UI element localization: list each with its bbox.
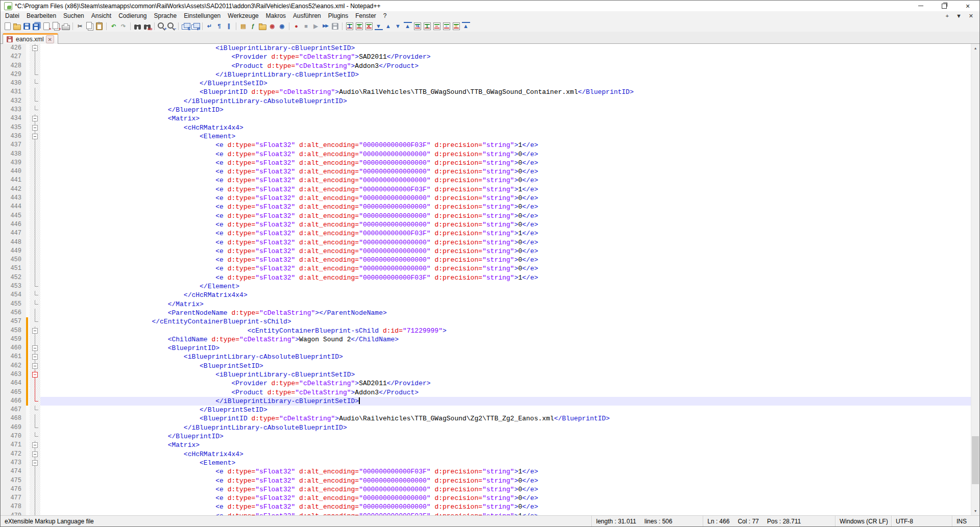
menu-help[interactable]: ?: [380, 12, 390, 19]
code-text[interactable]: <Matrix>: [40, 441, 971, 449]
copy-button[interactable]: [85, 21, 94, 31]
redo-button[interactable]: ↷: [118, 21, 128, 31]
diff-prev-button[interactable]: ▲: [383, 21, 393, 31]
code-text[interactable]: <e d:type="sFloat32" d:alt_encoding="000…: [40, 264, 971, 273]
scroll-down-icon[interactable]: ▼: [971, 507, 979, 515]
compare-button[interactable]: =: [354, 21, 364, 31]
code-text[interactable]: <e d:type="sFloat32" d:alt_encoding="000…: [40, 256, 971, 264]
save-all-button[interactable]: [32, 21, 41, 31]
function-list-button[interactable]: ƒ: [248, 21, 258, 31]
fold-collapse-icon[interactable]: [30, 327, 40, 335]
file-monitor-button[interactable]: ◉: [267, 21, 277, 31]
minimize-button[interactable]: [909, 1, 933, 11]
code-text[interactable]: <e d:type="sFloat32" d:alt_encoding="000…: [40, 194, 971, 203]
menu-fenster[interactable]: Fenster: [352, 12, 380, 19]
code-text[interactable]: <e d:type="sFloat32" d:alt_encoding="000…: [40, 185, 971, 194]
menu-ausfhren[interactable]: Ausführen: [289, 12, 325, 19]
code-text[interactable]: <e d:type="sFloat32" d:alt_encoding="000…: [40, 485, 971, 494]
code-text[interactable]: <Element>: [40, 459, 971, 467]
playback-macro-button[interactable]: ▶: [311, 21, 321, 31]
code-text[interactable]: <Provider d:type="cDeltaString">SAD2011<…: [40, 379, 971, 388]
code-text[interactable]: <BlueprintSetID>: [40, 362, 971, 370]
scroll-up-icon[interactable]: ▲: [971, 44, 979, 53]
paste-button[interactable]: [94, 21, 104, 31]
save-button[interactable]: [22, 21, 32, 31]
diff-first-button[interactable]: ▲: [403, 21, 412, 31]
diff-last-button[interactable]: ▼: [374, 21, 383, 31]
code-text[interactable]: </iBlueprintLibrary-cAbsoluteBlueprintID…: [40, 97, 971, 106]
code-rows[interactable]: 426 <iBlueprintLibrary-cBlueprintSetID>4…: [1, 44, 971, 515]
fold-collapse-icon[interactable]: [30, 441, 40, 449]
scrollbar-thumb[interactable]: [972, 436, 979, 484]
code-text[interactable]: <e d:type="sFloat32" d:alt_encoding="000…: [40, 203, 971, 211]
restore-button[interactable]: [933, 1, 956, 11]
code-text[interactable]: <Provider d:type="cDeltaString">SAD2011<…: [40, 53, 971, 61]
undo-button[interactable]: ↶: [109, 21, 118, 31]
code-text[interactable]: </BlueprintSetID>: [40, 406, 971, 414]
compare-nav-bar-button[interactable]: ▫: [442, 21, 451, 31]
run-macro-multiple-button[interactable]: ▶▶: [321, 21, 330, 31]
menu-datei[interactable]: Datei: [2, 12, 23, 19]
menu-werkzeuge[interactable]: Werkzeuge: [224, 12, 262, 19]
code-text[interactable]: </iBlueprintLibrary-cBlueprintSetID>: [40, 397, 971, 406]
code-text[interactable]: <ChildName d:type="cDeltaString">Wagon S…: [40, 335, 971, 344]
menu-sprache[interactable]: Sprache: [151, 12, 181, 19]
sync-vertical-scroll-button[interactable]: ⇅: [181, 21, 190, 31]
code-text[interactable]: <BlueprintID>: [40, 344, 971, 353]
close-all-button[interactable]: ×: [51, 21, 61, 31]
menu-plugins[interactable]: Plugins: [325, 12, 352, 19]
menu-bearbeiten[interactable]: Bearbeiten: [23, 12, 60, 19]
close-window-button[interactable]: ×: [956, 1, 979, 11]
code-text[interactable]: </BlueprintID>: [40, 432, 971, 441]
find-button[interactable]: [133, 21, 142, 31]
code-text[interactable]: <e d:type="sFloat32" d:alt_encoding="000…: [40, 247, 971, 256]
open-file-button[interactable]: [12, 21, 22, 31]
tab-list-button[interactable]: ▼: [956, 13, 962, 19]
close-file-button[interactable]: ×: [41, 21, 51, 31]
code-text[interactable]: <e d:type="sFloat32" d:alt_encoding="000…: [40, 167, 971, 176]
fold-collapse-icon[interactable]: [30, 114, 40, 123]
compare-ignore-lines-button[interactable]: −: [432, 21, 442, 31]
zoom-in-button[interactable]: +: [157, 21, 166, 31]
code-text[interactable]: <BlueprintID d:type="cDeltaString">Audio…: [40, 88, 971, 96]
code-text[interactable]: <ParentNodeName d:type="cDeltaString"></…: [40, 309, 971, 317]
code-text[interactable]: <e d:type="sFloat32" d:alt_encoding="000…: [40, 212, 971, 220]
code-text[interactable]: </Element>: [40, 282, 971, 291]
tab-close-icon[interactable]: ✕: [46, 35, 54, 43]
fold-collapse-icon[interactable]: [30, 353, 40, 361]
print-button[interactable]: [61, 21, 70, 31]
fold-collapse-icon[interactable]: [30, 44, 40, 53]
record-macro-button[interactable]: ●: [291, 21, 301, 31]
status-insert-mode[interactable]: INS: [952, 516, 979, 526]
stop-recording-button[interactable]: ■: [301, 21, 311, 31]
word-wrap-button[interactable]: ↵: [205, 21, 214, 31]
code-text[interactable]: </cEntityContainerBlueprint-sChild>: [40, 317, 971, 326]
doc-switcher-button[interactable]: ▤: [238, 21, 248, 31]
code-text[interactable]: <Element>: [40, 132, 971, 141]
menu-makros[interactable]: Makros: [262, 12, 289, 19]
indent-guide-button[interactable]: ∥: [224, 21, 234, 31]
diff-top-button[interactable]: ▲: [461, 21, 471, 31]
code-text[interactable]: <e d:type="sFloat32" d:alt_encoding="000…: [40, 494, 971, 503]
zoom-out-button[interactable]: −: [166, 21, 176, 31]
preview-button[interactable]: ◉: [277, 21, 287, 31]
code-text[interactable]: <e d:type="sFloat32" d:alt_encoding="000…: [40, 273, 971, 282]
code-text[interactable]: <cHcRMatrix4x4>: [40, 450, 971, 459]
code-text[interactable]: <cEntityContainerBlueprint-sChild d:id="…: [40, 327, 971, 335]
code-text[interactable]: <e d:type="sFloat32" d:alt_encoding="000…: [40, 176, 971, 185]
replace-button[interactable]: ab: [142, 21, 152, 31]
menu-suchen[interactable]: Suchen: [60, 12, 88, 19]
sync-horizontal-scroll-button[interactable]: ⇄: [190, 21, 200, 31]
code-text[interactable]: </iBlueprintLibrary-cAbsoluteBlueprintID…: [40, 423, 971, 432]
code-text[interactable]: <e d:type="sFloat32" d:alt_encoding="000…: [40, 150, 971, 159]
code-text[interactable]: <e d:type="sFloat32" d:alt_encoding="000…: [40, 141, 971, 149]
fold-collapse-icon[interactable]: [30, 362, 40, 370]
folder-workspace-button[interactable]: [258, 21, 267, 31]
code-text[interactable]: <Matrix>: [40, 114, 971, 123]
code-text[interactable]: <e d:type="sFloat32" d:alt_encoding="000…: [40, 512, 971, 515]
menu-codierung[interactable]: Codierung: [115, 12, 150, 19]
fold-collapse-icon[interactable]: [30, 123, 40, 132]
compare-options-button[interactable]: =: [451, 21, 461, 31]
code-text[interactable]: </iBlueprintLibrary-cBlueprintSetID>: [40, 70, 971, 79]
code-text[interactable]: <e d:type="sFloat32" d:alt_encoding="000…: [40, 159, 971, 167]
